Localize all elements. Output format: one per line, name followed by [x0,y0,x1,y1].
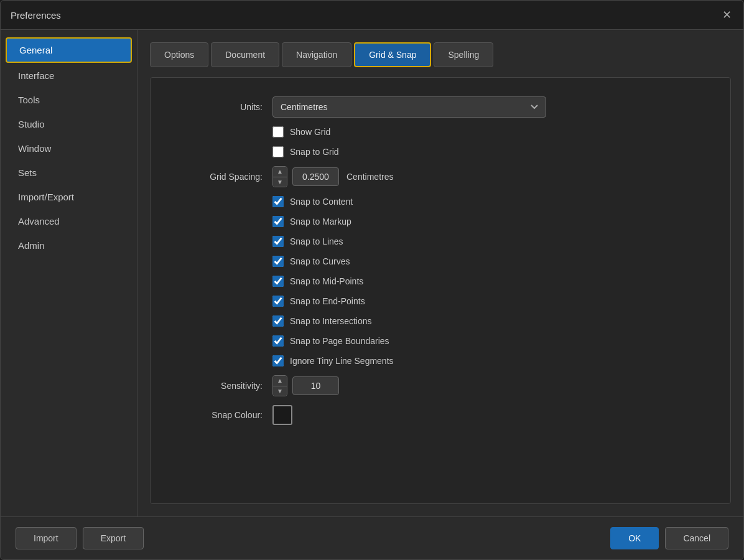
sensitivity-row: Sensitivity: ▲ ▼ [175,375,705,396]
snap-lines-row: Snap to Lines [272,236,705,247]
snap-content-checkbox[interactable] [272,196,284,207]
dialog-title: Preferences [11,10,61,21]
units-label: Units: [175,102,263,112]
show-grid-row: Show Grid [272,126,705,138]
sidebar-item-tools[interactable]: Tools [6,88,132,111]
sidebar-item-interface[interactable]: Interface [6,64,132,87]
sensitivity-spinner-btns: ▲ ▼ [272,375,287,396]
snap-endpoints-row: Snap to End-Points [272,296,705,307]
snap-intersections-row: Snap to Intersections [272,315,705,327]
show-grid-label: Show Grid [290,127,330,137]
tab-navigation[interactable]: Navigation [282,42,351,67]
sidebar-item-studio[interactable]: Studio [6,113,132,136]
title-bar: Preferences ✕ [1,1,743,30]
export-button[interactable]: Export [83,527,144,549]
content-area: General Interface Tools Studio Window Se… [1,30,743,516]
tab-bar: Options Document Navigation Grid & Snap … [150,42,731,67]
snap-lines-label: Snap to Lines [290,236,343,246]
sensitivity-down-btn[interactable]: ▼ [273,386,287,396]
grid-spacing-unit: Centimetres [346,172,393,182]
tab-spelling[interactable]: Spelling [434,42,493,67]
sidebar-item-window[interactable]: Window [6,137,132,160]
snap-endpoints-checkbox[interactable] [272,296,284,307]
footer-left: Import Export [16,527,144,549]
sidebar-item-sets[interactable]: Sets [6,161,132,184]
snap-colour-swatch[interactable] [272,405,292,425]
sidebar-item-import-export[interactable]: Import/Export [6,185,132,208]
snap-intersections-checkbox[interactable] [272,315,284,327]
sidebar-item-admin[interactable]: Admin [6,234,132,257]
sidebar-item-advanced[interactable]: Advanced [6,210,132,233]
tab-grid-snap[interactable]: Grid & Snap [354,42,431,67]
snap-markup-label: Snap to Markup [290,217,351,226]
snap-markup-row: Snap to Markup [272,216,705,227]
snap-content-label: Snap to Content [290,197,353,207]
snap-page-boundaries-checkbox[interactable] [272,335,284,347]
snap-midpoints-label: Snap to Mid-Points [290,276,363,286]
import-button[interactable]: Import [16,527,77,549]
close-button[interactable]: ✕ [720,8,733,22]
snap-curves-checkbox[interactable] [272,256,284,267]
snap-lines-checkbox[interactable] [272,236,284,247]
preferences-dialog: Preferences ✕ General Interface Tools St… [0,0,744,560]
snap-to-grid-row: Snap to Grid [272,146,705,157]
snap-midpoints-checkbox[interactable] [272,276,284,287]
ignore-tiny-segments-checkbox[interactable] [272,355,284,366]
snap-content-row: Snap to Content [272,196,705,207]
snap-page-boundaries-row: Snap to Page Boundaries [272,335,705,347]
snap-curves-row: Snap to Curves [272,256,705,267]
grid-spacing-spinner: ▲ ▼ Centimetres [272,166,393,187]
sensitivity-up-btn[interactable]: ▲ [273,376,287,386]
grid-spacing-row: Grid Spacing: ▲ ▼ Centimetres [175,166,705,187]
grid-spacing-input[interactable] [292,167,339,186]
snap-page-boundaries-label: Snap to Page Boundaries [290,336,389,346]
footer-right: OK Cancel [610,527,728,549]
grid-spacing-down-btn[interactable]: ▼ [273,177,287,187]
snap-midpoints-row: Snap to Mid-Points [272,276,705,287]
snap-colour-row: Snap Colour: [175,405,705,425]
sensitivity-label: Sensitivity: [175,381,263,391]
cancel-button[interactable]: Cancel [665,527,728,549]
ignore-tiny-segments-label: Ignore Tiny Line Segments [290,356,394,366]
snap-endpoints-label: Snap to End-Points [290,296,365,306]
sensitivity-spinner: ▲ ▼ [272,375,339,396]
snap-markup-checkbox[interactable] [272,216,284,227]
snap-to-grid-label: Snap to Grid [290,147,339,157]
units-select[interactable]: Centimetres Inches Millimetres Points Pi… [272,96,546,118]
ok-button[interactable]: OK [610,527,659,549]
units-row: Units: Centimetres Inches Millimetres Po… [175,96,705,118]
grid-snap-panel: Units: Centimetres Inches Millimetres Po… [150,77,731,504]
grid-spacing-up-btn[interactable]: ▲ [273,167,287,177]
tab-options[interactable]: Options [150,42,208,67]
snap-colour-label: Snap Colour: [175,410,263,420]
footer: Import Export OK Cancel [1,516,743,559]
tab-document[interactable]: Document [211,42,279,67]
show-grid-checkbox[interactable] [272,126,284,138]
grid-spacing-label: Grid Spacing: [175,172,263,182]
sensitivity-input[interactable] [292,376,339,395]
ignore-tiny-segments-row: Ignore Tiny Line Segments [272,355,705,366]
grid-spacing-spinner-btns: ▲ ▼ [272,166,287,187]
snap-curves-label: Snap to Curves [290,256,350,266]
sidebar: General Interface Tools Studio Window Se… [1,30,137,516]
snap-intersections-label: Snap to Intersections [290,316,372,326]
main-area: Options Document Navigation Grid & Snap … [137,30,743,516]
sidebar-item-general[interactable]: General [6,37,132,63]
snap-to-grid-checkbox[interactable] [272,146,284,157]
